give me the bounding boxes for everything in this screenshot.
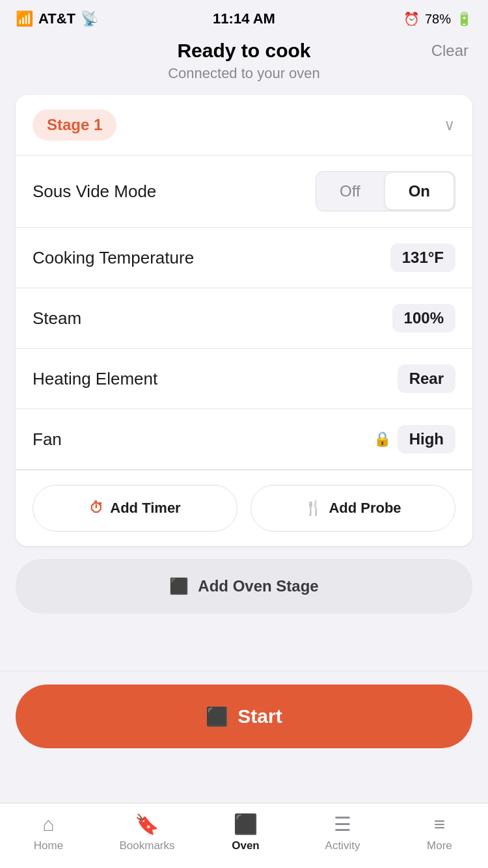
steam-row: Steam 100% [16,288,472,349]
nav-label-home: Home [34,839,63,852]
add-probe-button[interactable]: 🍴 Add Probe [251,485,455,532]
battery-label: 78% [425,12,451,27]
nav-label-activity: Activity [325,839,360,852]
fan-row: Fan 🔒 High [16,409,472,470]
signal-icon: 📶 [16,10,33,27]
cooking-temp-label: Cooking Temperature [33,248,194,268]
steam-label: Steam [33,308,81,329]
add-probe-label: Add Probe [329,500,401,517]
heating-element-row: Heating Element Rear [16,349,472,409]
oven-icon: ⬛ [234,813,258,835]
add-oven-stage-button[interactable]: ⬛ Add Oven Stage [16,559,472,614]
start-button[interactable]: ⬛ Start [16,685,472,748]
stage-card: Stage 1 ∨ Sous Vide Mode Off On Cooking … [16,95,472,546]
bookmarks-icon: 🔖 [135,813,159,835]
more-icon: ≡ [434,813,446,835]
start-icon: ⬛ [206,706,228,727]
bottom-nav: ⌂ Home 🔖 Bookmarks ⬛ Oven ☰ Activity ≡ M… [0,803,488,868]
steam-value[interactable]: 100% [392,304,455,332]
nav-label-more: More [427,839,452,852]
start-section: ⬛ Start [0,671,488,764]
chevron-down-icon[interactable]: ∨ [444,116,455,134]
status-right: ⏰ 78% 🔋 [403,11,472,27]
carrier-label: AT&T [38,10,75,27]
fan-value-group: 🔒 High [373,425,455,454]
sous-vide-off-button[interactable]: Off [316,172,384,211]
header-text: Ready to cook Connected to your oven [168,39,320,82]
nav-item-activity[interactable]: ☰ Activity [316,813,368,852]
sous-vide-label: Sous Vide Mode [33,182,156,202]
battery-icon: 🔋 [456,11,472,27]
wifi-icon: 📡 [81,10,98,27]
start-label: Start [237,705,282,727]
add-timer-label: Add Timer [110,500,180,517]
stage-badge: Stage 1 [33,109,116,141]
probe-icon: 🍴 [305,500,322,517]
heating-element-value[interactable]: Rear [398,364,455,393]
status-left: 📶 AT&T 📡 [16,10,98,27]
sous-vide-row: Sous Vide Mode Off On [16,156,472,228]
heating-element-label: Heating Element [33,369,157,389]
alarm-icon: ⏰ [403,11,420,27]
nav-item-bookmarks[interactable]: 🔖 Bookmarks [119,813,174,852]
fan-value[interactable]: High [398,425,455,454]
home-icon: ⌂ [42,813,54,835]
page-title: Ready to cook [168,39,320,62]
nav-label-bookmarks: Bookmarks [119,839,174,852]
cooking-temp-row: Cooking Temperature 131°F [16,228,472,288]
add-stage-label: Add Oven Stage [198,577,318,595]
nav-item-more[interactable]: ≡ More [413,813,465,852]
activity-icon: ☰ [334,813,351,835]
nav-item-oven[interactable]: ⬛ Oven [219,813,271,852]
status-bar: 📶 AT&T 📡 11:14 AM ⏰ 78% 🔋 [0,0,488,33]
header: Ready to cook Connected to your oven Cle… [0,33,488,95]
action-buttons-row: ⏱ Add Timer 🍴 Add Probe [16,470,472,546]
lock-icon: 🔒 [373,431,391,448]
stage-header[interactable]: Stage 1 ∨ [16,95,472,156]
status-time: 11:14 AM [213,10,275,27]
cooking-temp-value[interactable]: 131°F [390,243,455,272]
connection-status: Connected to your oven [168,65,320,82]
timer-icon: ⏱ [89,500,103,517]
clear-button[interactable]: Clear [431,42,468,60]
fan-label: Fan [33,429,62,450]
sous-vide-toggle[interactable]: Off On [316,171,455,211]
add-timer-button[interactable]: ⏱ Add Timer [33,485,237,532]
nav-item-home[interactable]: ⌂ Home [22,813,74,852]
add-stage-icon: ⬛ [169,577,189,595]
sous-vide-on-button[interactable]: On [385,173,454,210]
nav-label-oven: Oven [232,839,260,852]
